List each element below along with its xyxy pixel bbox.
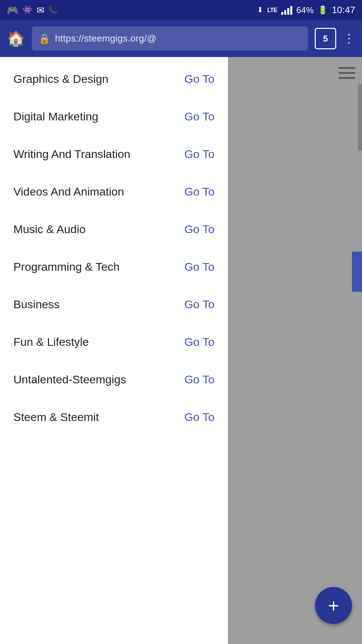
lock-icon: 🔒 (39, 33, 50, 44)
menu-item[interactable]: Digital MarketingGo To (0, 98, 228, 136)
discord-icon: 👾 (22, 5, 33, 15)
battery-icon: 🔋 (318, 5, 328, 15)
battery-percent: 64% (296, 5, 314, 15)
dropdown-menu: Graphics & DesignGo ToDigital MarketingG… (0, 57, 228, 644)
menu-item-goto[interactable]: Go To (184, 373, 215, 386)
menu-item-label: Graphics & Design (13, 72, 108, 86)
menu-item-goto[interactable]: Go To (184, 72, 215, 86)
mail-icon: ✉ (37, 5, 44, 16)
tab-count-button[interactable]: 5 (315, 28, 336, 49)
menu-item-goto[interactable]: Go To (184, 148, 215, 161)
side-blue-button[interactable] (352, 252, 362, 292)
menu-item-label: Programming & Tech (13, 260, 120, 273)
signal-bars (281, 5, 292, 15)
hamburger-line-1 (339, 67, 355, 69)
menu-item-goto[interactable]: Go To (184, 298, 215, 311)
menu-item-label: Music & Audio (13, 223, 85, 236)
scrollbar[interactable] (358, 84, 362, 151)
status-icons-right: ⬇ LTE 64% 🔋 10:47 (257, 5, 355, 15)
menu-item-goto[interactable]: Go To (184, 260, 215, 273)
menu-item[interactable]: Videos And AnimationGo To (0, 173, 228, 211)
menu-item-goto[interactable]: Go To (184, 110, 215, 123)
status-icons-left: 🎮 👾 ✉ 📞 (7, 5, 57, 16)
menu-item[interactable]: Graphics & DesignGo To (0, 60, 228, 98)
menu-item-label: Videos And Animation (13, 185, 124, 198)
more-options-button[interactable]: ⋮ (343, 32, 355, 46)
download-icon: ⬇ (257, 6, 263, 14)
menu-item-label: Fun & Lifestyle (13, 335, 89, 348)
fab-button[interactable]: + (315, 587, 352, 624)
url-text: https://steemgigs.org/@ (55, 33, 157, 44)
background-area: + (228, 57, 362, 644)
main-area: Graphics & DesignGo ToDigital MarketingG… (0, 57, 362, 644)
menu-item-label: Untalented-Steemgigs (13, 373, 126, 386)
hamburger-line-3 (339, 77, 355, 79)
menu-item[interactable]: Untalented-SteemgigsGo To (0, 361, 228, 398)
home-button[interactable]: 🏠 (7, 30, 25, 47)
menu-item-label: Steem & Steemit (13, 411, 99, 424)
menu-item[interactable]: Fun & LifestyleGo To (0, 323, 228, 361)
hamburger-icon[interactable] (339, 67, 355, 79)
menu-item[interactable]: BusinessGo To (0, 286, 228, 323)
fab-plus-icon: + (328, 595, 339, 616)
menu-item[interactable]: Programming & TechGo To (0, 248, 228, 286)
lte-icon: LTE (267, 7, 277, 14)
menu-item[interactable]: Writing And TranslationGo To (0, 136, 228, 173)
menu-item-goto[interactable]: Go To (184, 335, 215, 348)
menu-item-goto[interactable]: Go To (184, 185, 215, 198)
status-bar: 🎮 👾 ✉ 📞 ⬇ LTE 64% 🔋 10:47 (0, 0, 362, 20)
menu-item-label: Digital Marketing (13, 110, 98, 123)
url-bar[interactable]: 🔒 https://steemgigs.org/@ (32, 26, 308, 51)
menu-item-goto[interactable]: Go To (184, 411, 215, 424)
menu-item[interactable]: Steem & SteemitGo To (0, 398, 228, 436)
menu-item[interactable]: Music & AudioGo To (0, 211, 228, 248)
hamburger-line-2 (339, 72, 355, 74)
game-icon: 🎮 (7, 5, 18, 16)
menu-item-label: Writing And Translation (13, 148, 130, 161)
hamburger-area[interactable] (332, 57, 362, 89)
browser-chrome: 🏠 🔒 https://steemgigs.org/@ 5 ⋮ (0, 20, 362, 57)
phone-icon: 📞 (48, 6, 57, 14)
menu-item-goto[interactable]: Go To (184, 223, 215, 236)
clock: 10:47 (332, 5, 355, 15)
menu-item-label: Business (13, 298, 60, 311)
